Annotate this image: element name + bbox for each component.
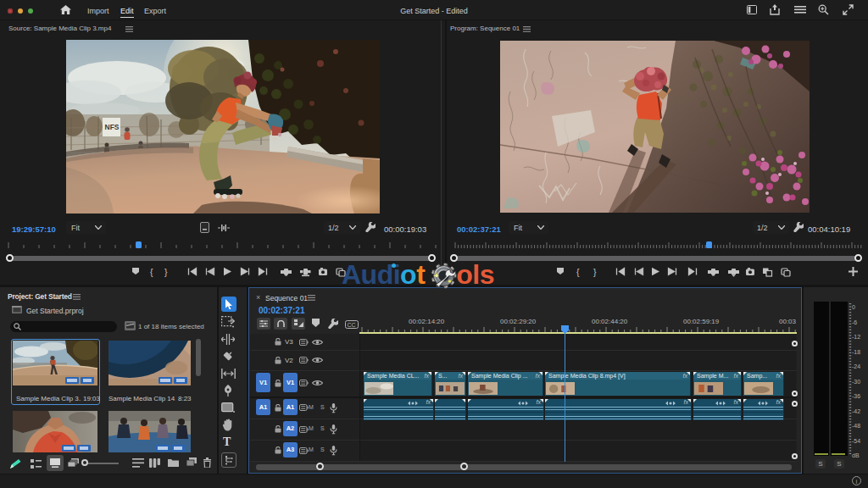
svg-text:}: }: [593, 267, 597, 277]
svg-text:NFS: NFS: [105, 123, 120, 131]
svg-text:{: {: [576, 267, 580, 277]
svg-text:}: }: [164, 267, 168, 277]
svg-text:CC: CC: [348, 322, 356, 328]
svg-text:{: {: [150, 267, 153, 277]
